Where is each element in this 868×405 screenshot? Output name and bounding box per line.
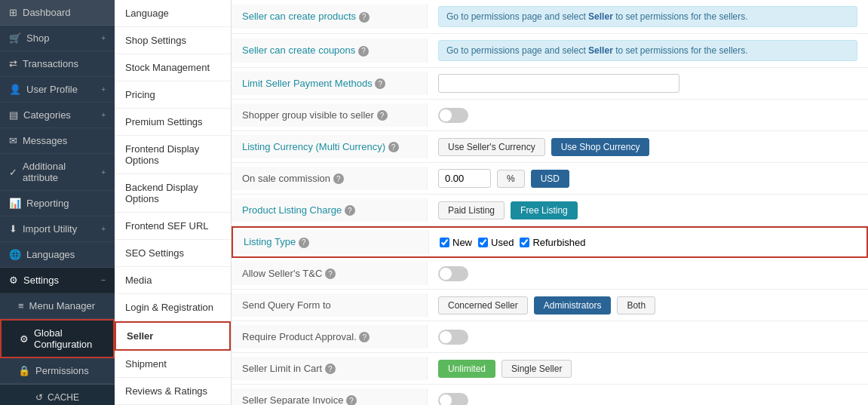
row-limit-seller-payment: Limit Seller Payment Methods ? xyxy=(232,68,868,100)
sidebar-item-menu-manager[interactable]: ≡ Menu Manager xyxy=(0,293,115,319)
checkbox-used[interactable]: Used xyxy=(478,237,514,248)
btn-pct[interactable]: % xyxy=(497,170,525,188)
mid-panel-seo-settings[interactable]: SEO Settings xyxy=(115,240,231,267)
btn-free-listing[interactable]: Free Listing xyxy=(511,201,578,219)
label-shopper-group: Shopper group visible to seller ? xyxy=(232,103,428,127)
info-icon[interactable]: ? xyxy=(359,12,370,23)
mid-panel-reviews-ratings[interactable]: Reviews & Ratings xyxy=(115,378,231,405)
categories-icon: ▤ xyxy=(9,109,18,121)
sidebar-item-messages[interactable]: ✉ Messages xyxy=(0,128,115,154)
btn-sellers-currency[interactable]: Use Seller's Currency xyxy=(438,138,545,156)
import-icon: ⬇ xyxy=(9,223,17,235)
info-icon[interactable]: ? xyxy=(388,142,399,152)
mid-panel-premium-settings[interactable]: Premium Settings xyxy=(115,109,231,136)
row-listing-type: Listing Type ? New Used Refurbished xyxy=(232,226,868,258)
btn-usd[interactable]: USD xyxy=(531,170,569,188)
commission-input[interactable] xyxy=(438,169,491,188)
info-icon[interactable]: ? xyxy=(359,332,370,342)
mid-panel: Language Shop Settings Stock Management … xyxy=(115,0,232,405)
info-icon[interactable]: ? xyxy=(299,238,309,248)
btn-concerned-seller[interactable]: Concerned Seller xyxy=(438,296,528,314)
languages-icon: 🌐 xyxy=(9,249,21,260)
info-icon[interactable]: ? xyxy=(325,268,336,279)
checkbox-refurbished[interactable]: Refurbished xyxy=(520,237,585,248)
row-listing-currency: Listing Currency (Multi Currency) ? Use … xyxy=(232,131,868,163)
shopper-group-toggle[interactable] xyxy=(438,108,468,123)
label-allow-sellers-tc: Allow Seller's T&C ? xyxy=(232,262,428,286)
sidebar-item-reporting[interactable]: 📊 Reporting xyxy=(0,191,115,216)
sidebar-item-shop[interactable]: 🛒 Shop + xyxy=(0,26,115,51)
btn-paid-listing[interactable]: Paid Listing xyxy=(438,201,505,219)
require-approval-toggle[interactable] xyxy=(438,330,468,345)
mid-panel-shipment[interactable]: Shipment xyxy=(115,351,231,378)
row-require-product-approval: Require Product Approval. ? xyxy=(232,321,868,353)
limit-seller-payment-input[interactable] xyxy=(438,74,679,93)
value-allow-sellers-tc xyxy=(428,260,868,287)
global-config-icon: ⚙ xyxy=(20,333,29,345)
label-seller-separate-invoice: Seller Separate Invoice ? xyxy=(232,388,428,405)
value-seller-create-products: Go to permissions page and select Seller… xyxy=(428,0,868,33)
info-icon[interactable]: ? xyxy=(377,110,388,121)
mid-panel-frontend-display[interactable]: Frontend Display Options xyxy=(115,136,231,174)
dashboard-icon: ⊞ xyxy=(9,7,17,18)
shop-icon: 🛒 xyxy=(9,32,21,44)
mid-panel-pricing[interactable]: Pricing xyxy=(115,81,231,109)
row-on-sale-commission: On sale commission ? % USD xyxy=(232,163,868,195)
btn-single-seller[interactable]: Single Seller xyxy=(501,360,572,378)
separate-invoice-toggle[interactable] xyxy=(438,393,468,406)
allow-tc-toggle[interactable] xyxy=(438,266,468,281)
label-require-product-approval: Require Product Approval. ? xyxy=(232,325,428,349)
checkbox-new-input[interactable] xyxy=(440,238,449,247)
checkbox-new[interactable]: New xyxy=(440,237,472,248)
menu-manager-icon: ≡ xyxy=(18,300,24,311)
messages-icon: ✉ xyxy=(9,135,17,146)
label-listing-currency: Listing Currency (Multi Currency) ? xyxy=(232,135,428,159)
info-icon[interactable]: ? xyxy=(346,395,357,405)
sidebar-item-import-utility[interactable]: ⬇ Import Utility + xyxy=(0,216,115,242)
expand-icon: + xyxy=(101,225,106,233)
mid-panel-shop-settings[interactable]: Shop Settings xyxy=(115,27,231,54)
mid-panel-language[interactable]: Language xyxy=(115,0,231,27)
value-product-listing-charge: Paid Listing Free Listing xyxy=(428,195,868,226)
cache-button[interactable]: ↺ CACHE xyxy=(0,385,115,405)
attribute-icon: ✓ xyxy=(9,167,17,178)
label-listing-type: Listing Type ? xyxy=(233,230,429,254)
sidebar-item-categories[interactable]: ▤ Categories + xyxy=(0,103,115,128)
sidebar-item-languages[interactable]: 🌐 Languages xyxy=(0,242,115,268)
info-icon[interactable]: ? xyxy=(375,78,385,89)
sidebar-item-dashboard[interactable]: ⊞ Dashboard xyxy=(0,0,115,26)
info-icon[interactable]: ? xyxy=(325,364,336,374)
btn-shop-currency[interactable]: Use Shop Currency xyxy=(551,138,650,156)
value-send-query-form: Concerned Seller Administrators Both xyxy=(428,290,868,321)
checkbox-used-input[interactable] xyxy=(478,238,488,247)
row-allow-sellers-tc: Allow Seller's T&C ? xyxy=(232,258,868,290)
sidebar-item-transactions[interactable]: ⇄ Transactions xyxy=(0,51,115,77)
mid-panel-frontend-sef[interactable]: Frontend SEF URL xyxy=(115,213,231,240)
expand-icon: + xyxy=(101,85,106,94)
sidebar-item-global-configuration[interactable]: ⚙ Global Configuration xyxy=(0,319,115,358)
sidebar-item-additional-attribute[interactable]: ✓ Additional attribute + xyxy=(0,154,115,191)
info-icon[interactable]: ? xyxy=(333,173,344,184)
btn-administrators[interactable]: Administrators xyxy=(534,296,612,314)
mid-panel-backend-display[interactable]: Backend Display Options xyxy=(115,174,231,213)
info-icon[interactable]: ? xyxy=(345,205,355,216)
checkbox-refurbished-input[interactable] xyxy=(520,238,529,247)
expand-icon: + xyxy=(101,168,106,176)
label-seller-create-products: Seller can create products ? xyxy=(232,5,428,29)
mid-panel-stock-management[interactable]: Stock Management xyxy=(115,54,231,81)
label-limit-seller-payment: Limit Seller Payment Methods ? xyxy=(232,72,428,96)
expand-icon: + xyxy=(101,111,106,119)
btn-both[interactable]: Both xyxy=(617,296,655,314)
sidebar-item-permissions[interactable]: 🔒 Permissions xyxy=(0,358,115,384)
permission-text-coupons: Go to permissions page and select Seller… xyxy=(438,40,857,61)
label-seller-limit-cart: Seller Limit in Cart ? xyxy=(232,357,428,381)
sidebar-item-user-profile[interactable]: 👤 User Profile + xyxy=(0,77,115,103)
value-limit-seller-payment xyxy=(428,68,868,99)
info-icon[interactable]: ? xyxy=(358,46,369,57)
mid-panel-media[interactable]: Media xyxy=(115,267,231,294)
mid-panel-login-registration[interactable]: Login & Registration xyxy=(115,294,231,321)
sidebar-item-settings[interactable]: ⚙ Settings − xyxy=(0,268,115,293)
mid-panel-seller[interactable]: Seller xyxy=(115,321,231,351)
label-seller-create-coupons: Seller can create coupons ? xyxy=(232,38,428,63)
btn-unlimited[interactable]: Unlimited xyxy=(438,360,495,378)
